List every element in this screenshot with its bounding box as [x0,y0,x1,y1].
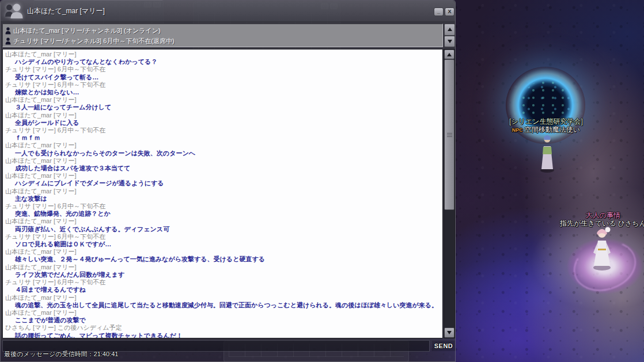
member-list: 山本ほたて_mar [マリー/チャンネル3] (オンライン) チュリサ [マリー… [2,24,443,47]
player-character-sprite[interactable] [586,223,618,272]
close-button[interactable]: X [445,7,454,16]
message-text: 雄々しい突進、２発～４発びゅーんって一気に進みながら攻撃する、受けると硬直する [3,256,442,263]
message-sender: 山本ほたて_mar [マリー] [3,157,442,165]
chat-message: 山本ほたて_mar [マリー] ここまでが普通の攻撃で [3,309,442,324]
chat-message: チュリサ [マリー] 6月中～下旬不在 ４回まで増えるんですね [3,279,442,294]
arrow-down-icon [448,40,452,43]
member-scrollbar [444,24,455,47]
window-title: 山本ほたて_mar [マリー] [27,1,105,22]
arrow-up-icon [448,28,452,31]
message-sender: 山本ほたて_mar [マリー] [3,51,442,58]
message-text: ここまでが普通の攻撃で [3,317,442,324]
message-sender: 山本ほたて_mar [マリー] [3,294,442,302]
message-text: 全員がシールドに入る [3,119,442,127]
chat-message: チュリサ [マリー] 6月中～下旬不在 突進、鉱物爆発、光の追跡？とか [3,203,442,218]
arrow-up-icon [447,53,452,56]
message-text: ハシディムにブレイドでダメージが通るようにする [3,180,442,187]
message-text: ｆｍｆｍ [3,134,442,142]
chat-message: 山本ほたて_mar [マリー] 一人でも受けられなかったらそのターンは失敗、次の… [3,142,442,157]
message-sender: 山本ほたて_mar [マリー] [3,218,442,225]
message-sender: チュリサ [マリー] 6月中～下旬不在 [3,127,442,134]
chat-scroll-thumb[interactable] [444,59,454,210]
message-sender: チュリサ [マリー] 6月中～下旬不在 [3,66,442,73]
chat-scroll-down-button[interactable] [444,327,454,338]
message-sender: 山本ほたて_mar [マリー] [3,172,442,180]
person-icon [5,27,11,35]
npc-tag-badge: NPC [512,127,523,133]
message-sender: 山本ほたて_mar [マリー] [3,142,442,149]
message-text: 成功した場合はスパを速攻で３本当てて [3,165,442,172]
message-sender: チュリサ [マリー] 6月中～下旬不在 [3,203,442,210]
message-text: ４回まで増えるんですね [3,286,442,294]
member-scroll-down-button[interactable] [444,36,455,48]
member-row[interactable]: 山本ほたて_mar [マリー/チャンネル3] (オンライン) [5,25,440,36]
member-name: チュリサ [マリー/チャンネル3] 6月中～下旬不在(退席中) [13,37,175,45]
message-text: ３人一組になってチーム分けして [3,104,442,111]
chat-message: 山本ほたて_mar [マリー] 主な攻撃は [3,188,442,203]
message-text: 受けてスパイク撃って斬る… [3,74,442,81]
chat-message: 山本ほたて_mar [マリー] 全員がシールドに入る [3,112,442,127]
message-sender: 山本ほたて_mar [マリー] [3,248,442,256]
chat-message: チュリサ [マリー] 6月中～下旬不在 ｆｍｆｍ [3,127,442,142]
chat-message: チュリサ [マリー] 6月中～下旬不在 煉獄とかは知らない… [3,81,442,96]
message-sender: 山本ほたて_mar [マリー] [3,264,442,271]
message-sender: 山本ほたて_mar [マリー] [3,309,442,317]
message-sender: 山本ほたて_mar [マリー] [3,112,442,119]
chat-message: 山本ほたて_mar [マリー] ハシディムのやり方ってなんとなくわかってる？ [3,51,442,66]
message-text: 主な攻撃は [3,195,442,203]
chat-message: 山本ほたて_mar [マリー] ハシディムにブレイドでダメージが通るようにする [3,172,442,187]
chat-window: 山本ほたて_mar [マリー] _ X 山本ほたて_mar [マリー/チャンネル… [0,0,456,362]
message-sender: 山本ほたて_mar [マリー] [3,188,442,195]
member-name: 山本ほたて_mar [マリー/チャンネル3] (オンライン) [13,26,161,35]
chat-message: 山本ほたて_mar [マリー] 成功した場合はスパを速攻で３本当てて [3,157,442,172]
chat-message: 山本ほたて_mar [マリー] ３人一組になってチーム分けして [3,96,442,111]
npc-mage-sprite[interactable] [536,131,559,173]
minimize-button[interactable]: _ [434,7,444,16]
message-text: 一人でも受けられなかったらそのターンは失敗、次のターンへ [3,150,442,157]
chat-message: ひさちん [マリー] この後ハシディム予定 話の腰折ってごめん、マビって複数チャ… [3,324,442,338]
chat-message: 山本ほたて_mar [マリー] 雄々しい突進、２発～４発びゅーんって一気に進みな… [3,248,442,263]
chat-message: 山本ほたて_mar [マリー] 両刃薙ぎ払い、近くでぶんぶんする。ディフェンス可 [3,218,442,233]
message-text: 突進、鉱物爆発、光の追跡？とか [3,210,442,218]
chat-message: チュリサ [マリー] 6月中～下旬不在 受けてスパイク撃って斬る… [3,66,442,81]
grip-icon [447,132,452,137]
send-button[interactable]: SEND [432,341,455,351]
chat-scroll-up-button[interactable] [444,49,454,59]
message-sender: 山本ほたて_mar [マリー] [3,96,442,104]
message-text: 煉獄とかは知らない… [3,89,442,96]
message-sender: チュリサ [マリー] 6月中～下旬不在 [3,81,442,89]
message-text: ライフ次第でだんだん回数が増えます [3,271,442,279]
message-text: 魂の追撃、光の玉を出して全員に追尾して当たると移動速度減少付与。回避で正面からつ… [3,302,442,309]
person-icon [5,37,11,45]
member-row[interactable]: チュリサ [マリー/チャンネル3] 6月中～下旬不在(退席中) [5,36,440,46]
last-message-time: 最後のメッセージの受信時間：21:40:41 [4,350,118,359]
message-sender: チュリサ [マリー] 6月中～下旬不在 [3,233,442,241]
message-text: ハシディムのやり方ってなんとなくわかってる？ [3,58,442,66]
npc-guild-label: [シリエン生態研究学会] [486,117,607,125]
chat-message: 山本ほたて_mar [マリー] 魂の追撃、光の玉を出して全員に追尾して当たると移… [3,294,442,309]
message-text: 両刃薙ぎ払い、近くでぶんぶんする。ディフェンス可 [3,226,442,233]
chat-message: 山本ほたて_mar [マリー] ライフ次第でだんだん回数が増えます [3,264,442,279]
message-sender: チュリサ [マリー] 6月中～下旬不在 [3,279,442,286]
group-icon [3,2,25,20]
message-text: ソロで見れる範囲はＯＫですが… [3,241,442,248]
chat-scrollbar [444,49,455,338]
chat-message: チュリサ [マリー] 6月中～下旬不在 ソロで見れる範囲はＯＫですが… [3,233,442,248]
member-scroll-up-button[interactable] [444,24,455,36]
title-bar[interactable]: 山本ほたて_mar [マリー] _ X [1,1,455,22]
player-title-label: 大人の事情 [554,211,644,219]
chat-log-lines[interactable]: 山本ほたて_mar [マリー] ハシディムのやり方ってなんとなくわかってる？ チ… [2,49,443,338]
arrow-down-icon [447,331,452,334]
screen: [シリエン生態研究学会] NPC空間移動魔法使い 大人の事情 指先が生きている … [0,0,644,362]
message-sender: ひさちん [マリー] この後ハシディム予定 [3,324,442,331]
message-text: 話の腰折ってごめん、マビって複数チャットできるんだ！ [3,332,442,338]
